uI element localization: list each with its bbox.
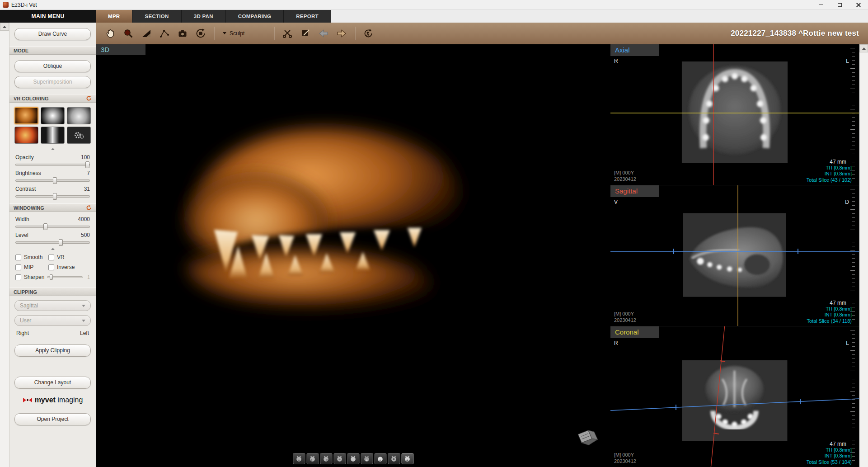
dog-head-icon: [350, 456, 357, 462]
tab-report[interactable]: REPORT: [284, 10, 331, 23]
clipping-plane-select[interactable]: Sagittal: [14, 300, 91, 311]
mip-checkbox[interactable]: [15, 264, 21, 270]
mode-section-header: MODE: [9, 46, 96, 55]
coronal-marker-l: L: [846, 340, 849, 346]
magnifier-icon: [123, 28, 134, 39]
orientation-preset-button-7[interactable]: [374, 453, 386, 464]
vr-preset-amber[interactable]: [14, 107, 38, 124]
tab-bar: MAIN MENU MPR SECTION 3D PAN COMPARING R…: [0, 10, 868, 23]
axial-view[interactable]: Axial: [610, 44, 859, 185]
tab-3d-pan[interactable]: 3D PAN: [182, 10, 226, 23]
tab-mpr[interactable]: MPR: [96, 10, 132, 23]
vr-preset-gray[interactable]: [67, 107, 91, 124]
inverse-checkbox[interactable]: [48, 264, 54, 270]
apply-clipping-button[interactable]: Apply Clipping: [14, 344, 91, 357]
vr-preset-tissue[interactable]: [14, 127, 38, 144]
close-icon: [856, 3, 861, 7]
maximize-icon: [838, 3, 842, 7]
contrast-slider[interactable]: [15, 195, 90, 198]
clipping-mode-select[interactable]: User: [14, 315, 91, 326]
width-slider-thumb[interactable]: [43, 223, 47, 230]
sagittal-view-label: Sagittal: [610, 185, 659, 197]
vr-checkbox[interactable]: [48, 255, 54, 260]
sagittal-slice-info: TH [0.8mm] INT [0.8mm] Total Slice (34 /…: [807, 306, 852, 325]
vr-preset-spine[interactable]: [41, 127, 65, 144]
dog-head-icon: [377, 456, 384, 462]
draw-curve-button[interactable]: Draw Curve: [14, 28, 91, 40]
brightness-slider[interactable]: [15, 179, 90, 182]
orientation-preset-button-8[interactable]: [388, 453, 400, 464]
sharpen-slider[interactable]: [47, 276, 83, 278]
tab-comparing[interactable]: COMPARING: [226, 10, 284, 23]
windowing-reset-icon[interactable]: [86, 205, 92, 211]
tab-section[interactable]: SECTION: [132, 10, 181, 23]
close-button[interactable]: [849, 0, 868, 9]
orientation-preset-button-4[interactable]: [333, 453, 346, 464]
maximize-button[interactable]: [830, 0, 849, 9]
orientation-preset-button-5[interactable]: [347, 453, 359, 464]
orientation-cube[interactable]: [574, 426, 599, 448]
smooth-checkbox-item[interactable]: Smooth: [15, 254, 48, 260]
minimize-button[interactable]: [811, 0, 830, 9]
windowing-collapse-toggle[interactable]: [14, 248, 91, 250]
smooth-checkbox[interactable]: [15, 255, 21, 260]
orientation-preset-button-3[interactable]: [320, 453, 332, 464]
sharpen-slider-thumb[interactable]: [50, 274, 53, 280]
sharpen-checkbox[interactable]: [15, 274, 21, 280]
sharpen-checkbox-item[interactable]: Sharpen: [15, 274, 44, 280]
inverse-checkbox-item[interactable]: Inverse: [48, 264, 75, 270]
orientation-preset-button-6[interactable]: [361, 453, 373, 464]
axial-view-label: Axial: [610, 44, 659, 56]
change-layout-button[interactable]: Change Layout: [14, 377, 91, 389]
crosshair-handle[interactable]: [720, 361, 725, 362]
coronal-crosshair-oblique-blue[interactable]: [610, 399, 859, 410]
coronal-crosshair-oblique-red[interactable]: [711, 326, 725, 467]
capture-tool-button[interactable]: [174, 24, 192, 42]
mip-checkbox-item[interactable]: MIP: [15, 264, 48, 270]
contrast-slider-thumb[interactable]: [53, 193, 57, 200]
open-project-button[interactable]: Open Project: [14, 413, 91, 425]
clipping-direction-row: Right Left: [14, 330, 91, 336]
brightness-slider-thumb[interactable]: [53, 177, 57, 184]
axial-meta: [M] 000Y 20230412: [614, 170, 636, 182]
dog-head-icon: [296, 456, 303, 462]
cut-tool-button[interactable]: [278, 24, 296, 42]
panel-scrollbar[interactable]: [859, 44, 868, 467]
mark-tool-button[interactable]: [296, 24, 314, 42]
sculpt-dropdown[interactable]: Sculpt: [218, 30, 249, 37]
viewport-3d[interactable]: 3D: [96, 44, 610, 467]
arrow-up-icon: [862, 47, 866, 50]
oblique-button[interactable]: Oblique: [14, 60, 91, 72]
vr-preset-bone[interactable]: [41, 107, 65, 124]
width-slider[interactable]: [15, 226, 90, 228]
level-slider[interactable]: [15, 241, 90, 244]
opacity-slider[interactable]: [15, 164, 90, 166]
level-slider-thumb[interactable]: [59, 239, 63, 246]
vr-collapse-toggle[interactable]: [14, 148, 91, 150]
orientation-preset-button-1[interactable]: [293, 453, 305, 464]
minimize-icon: [819, 5, 823, 5]
orientation-preset-button-9[interactable]: [401, 453, 413, 464]
scroll-up-button[interactable]: [0, 23, 9, 31]
opacity-slider-thumb[interactable]: [85, 161, 89, 168]
record-tool-button[interactable]: [192, 24, 210, 42]
zoom-tool-button[interactable]: [119, 24, 137, 42]
measure-tool-button[interactable]: [155, 24, 174, 42]
orientation-preset-button-2[interactable]: [306, 453, 319, 464]
scroll-up-button[interactable]: [859, 44, 868, 52]
redo-button[interactable]: [333, 24, 351, 42]
superimposition-button[interactable]: Superimposition: [14, 76, 91, 88]
sagittal-view[interactable]: Sagittal: [610, 185, 859, 326]
scissors-icon: [282, 28, 293, 39]
pan-tool-button[interactable]: [101, 24, 119, 42]
sidebar-scrollbar[interactable]: [0, 23, 9, 467]
vr-checkbox-item[interactable]: VR: [48, 254, 65, 260]
dog-head-icon: [323, 456, 330, 462]
coronal-view[interactable]: Coronal: [610, 326, 859, 467]
dog-head-icon: [390, 456, 398, 462]
undo-button[interactable]: [314, 24, 333, 42]
reset-sculpt-button[interactable]: [359, 24, 377, 42]
vr-reset-icon[interactable]: [86, 95, 92, 101]
windowing-tool-button[interactable]: [137, 24, 155, 42]
vr-preset-settings[interactable]: [67, 127, 91, 144]
